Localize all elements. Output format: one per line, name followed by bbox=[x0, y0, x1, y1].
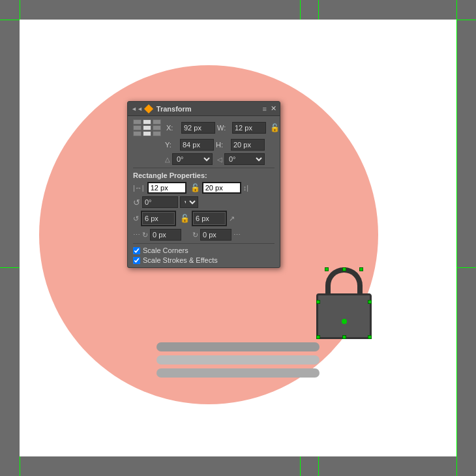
corner-bl-icon: ↻ bbox=[142, 231, 148, 239]
panel-close-button[interactable]: ✕ bbox=[271, 104, 276, 113]
align-cell-2 bbox=[143, 119, 151, 125]
h-label: H: bbox=[216, 141, 229, 149]
align-cell-6 bbox=[153, 125, 161, 130]
guide-vertical-4 bbox=[456, 0, 457, 476]
divider-1 bbox=[133, 168, 275, 168]
align-cell-1 bbox=[133, 119, 141, 125]
transform-panel: ◄◄ Transform ≡ ✕ X: bbox=[127, 101, 280, 268]
horiz-shape bbox=[156, 342, 326, 394]
horiz-line-3 bbox=[156, 368, 320, 378]
rect-width-icon: |↔| bbox=[133, 184, 144, 192]
handle-tm[interactable] bbox=[342, 267, 346, 271]
corner-angle-input[interactable] bbox=[142, 196, 178, 208]
angle2-select[interactable]: 0° bbox=[224, 153, 265, 165]
rect-w-input[interactable] bbox=[147, 182, 186, 194]
corner-angle-icon: ↺ bbox=[133, 198, 140, 207]
rect-wh-row: |↔| 🔓 ↕| bbox=[133, 182, 275, 194]
align-cell-3 bbox=[153, 119, 161, 125]
corner-tl-icon: ↺ bbox=[133, 215, 139, 223]
scale-corners-row: Scale Corners bbox=[133, 246, 275, 254]
align-icon-grid bbox=[133, 119, 162, 136]
lock-dot bbox=[342, 319, 347, 324]
handle-bm[interactable] bbox=[342, 335, 346, 339]
collapse-arrows[interactable]: ◄◄ bbox=[131, 106, 143, 112]
corner-bl-input[interactable] bbox=[150, 229, 181, 241]
transform-icon bbox=[144, 104, 153, 113]
corner-br-icon: ↻ bbox=[192, 231, 198, 239]
horiz-line-1 bbox=[156, 342, 320, 351]
handle-mr[interactable] bbox=[368, 300, 372, 304]
xw-row: X: W: 🔓 bbox=[133, 119, 275, 136]
dots-left-icon: ⋯ bbox=[133, 231, 140, 239]
align-cell-8 bbox=[143, 131, 151, 136]
dots-right-icon: ⋯ bbox=[233, 231, 241, 239]
align-cell-5 bbox=[143, 125, 151, 130]
panel-body: X: W: 🔓 Y: H: △ 0° ◁ 0° bbox=[128, 116, 280, 267]
align-cell-9 bbox=[153, 131, 161, 136]
corner-tl-input[interactable] bbox=[143, 213, 174, 224]
corner-br-input[interactable] bbox=[200, 229, 231, 241]
corner-tl-row: ↺ 🔓 ↗ bbox=[133, 211, 275, 226]
rect-height-icon: ↕| bbox=[243, 184, 248, 192]
handle-tr[interactable] bbox=[359, 267, 363, 271]
w-label: W: bbox=[217, 124, 230, 132]
rect-wh-lock[interactable]: 🔓 bbox=[190, 183, 200, 192]
angle1-select[interactable]: 0° bbox=[172, 153, 213, 165]
wh-lock-icon[interactable]: 🔓 bbox=[270, 123, 280, 132]
corner-tr-input[interactable] bbox=[194, 213, 225, 224]
lock-shape[interactable] bbox=[316, 267, 372, 339]
angle2-icon: ◁ bbox=[217, 156, 222, 163]
align-cell-4 bbox=[133, 125, 141, 130]
handle-tl[interactable] bbox=[325, 267, 329, 271]
corner-bl-row: ⋯ ↻ ↻ ⋯ bbox=[133, 229, 275, 241]
lock-body bbox=[316, 293, 372, 339]
handle-br[interactable] bbox=[368, 335, 372, 339]
angle-row: △ 0° ◁ 0° bbox=[133, 153, 275, 165]
horiz-line-2 bbox=[156, 355, 320, 364]
corner-angle-select[interactable]: ▾ bbox=[180, 196, 198, 208]
h-input[interactable] bbox=[231, 139, 265, 151]
panel-titlebar: ◄◄ Transform ≡ ✕ bbox=[128, 102, 280, 116]
handle-bl[interactable] bbox=[316, 335, 320, 339]
scale-corners-label: Scale Corners bbox=[143, 246, 188, 254]
corner-link-icon[interactable]: 🔓 bbox=[180, 214, 190, 223]
scale-strokes-row: Scale Strokes & Effects bbox=[133, 256, 275, 264]
panel-title-area: ◄◄ Transform bbox=[131, 105, 192, 113]
rect-h-input[interactable] bbox=[202, 182, 241, 194]
align-cell-7 bbox=[133, 131, 141, 136]
x-input[interactable] bbox=[181, 122, 215, 134]
yh-row: Y: H: bbox=[133, 139, 275, 151]
y-input[interactable] bbox=[180, 139, 214, 151]
scale-strokes-checkbox[interactable] bbox=[133, 257, 140, 264]
panel-title: Transform bbox=[156, 105, 192, 113]
scale-corners-checkbox[interactable] bbox=[133, 247, 140, 254]
handle-ml[interactable] bbox=[316, 300, 320, 304]
scale-strokes-label: Scale Strokes & Effects bbox=[143, 256, 218, 264]
panel-menu-icon[interactable]: ≡ bbox=[263, 105, 267, 113]
corner-tr-icon: ↗ bbox=[229, 215, 235, 223]
w-input[interactable] bbox=[232, 122, 266, 134]
y-label: Y: bbox=[165, 141, 178, 149]
rect-props-title: Rectangle Properties: bbox=[133, 171, 275, 179]
corner-angle-row: ↺ ▾ bbox=[133, 196, 275, 208]
angle1-icon: △ bbox=[165, 156, 170, 163]
x-label: X: bbox=[166, 124, 179, 132]
divider-2 bbox=[133, 243, 275, 244]
